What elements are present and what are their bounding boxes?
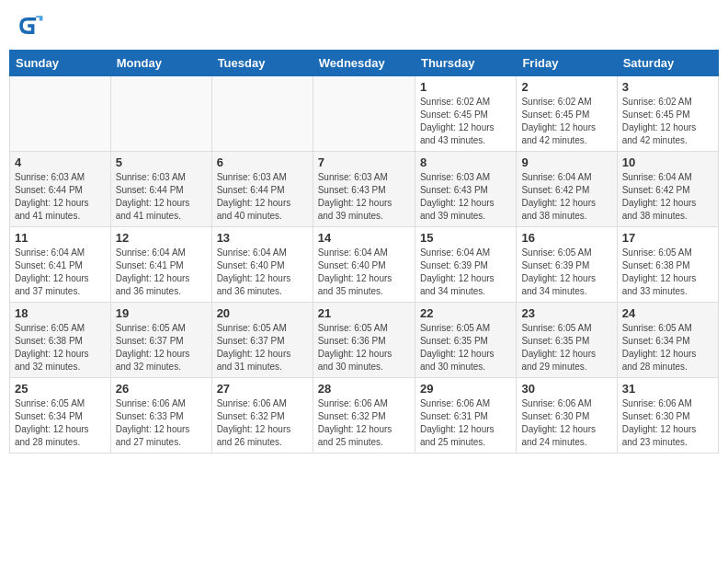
calendar-cell: 31Sunrise: 6:06 AM Sunset: 6:30 PM Dayli… bbox=[617, 378, 718, 454]
page-header bbox=[9, 9, 719, 42]
day-info: Sunrise: 6:05 AM Sunset: 6:35 PM Dayligh… bbox=[420, 322, 511, 373]
calendar-cell: 27Sunrise: 6:06 AM Sunset: 6:32 PM Dayli… bbox=[211, 378, 313, 454]
day-info: Sunrise: 6:06 AM Sunset: 6:30 PM Dayligh… bbox=[622, 397, 713, 449]
day-info: Sunrise: 6:06 AM Sunset: 6:30 PM Dayligh… bbox=[521, 397, 611, 449]
day-number: 7 bbox=[318, 155, 410, 169]
day-info: Sunrise: 6:04 AM Sunset: 6:41 PM Dayligh… bbox=[15, 247, 106, 298]
day-info: Sunrise: 6:05 AM Sunset: 6:36 PM Dayligh… bbox=[318, 322, 410, 373]
calendar-cell bbox=[313, 76, 415, 152]
day-number: 12 bbox=[116, 231, 207, 245]
calendar-cell: 6Sunrise: 6:03 AM Sunset: 6:44 PM Daylig… bbox=[211, 152, 313, 227]
day-number: 2 bbox=[521, 80, 611, 94]
day-number: 16 bbox=[521, 231, 611, 245]
day-number: 26 bbox=[116, 382, 207, 396]
calendar-cell: 21Sunrise: 6:05 AM Sunset: 6:36 PM Dayli… bbox=[313, 303, 415, 378]
day-number: 14 bbox=[318, 231, 410, 245]
weekday-header: Sunday bbox=[10, 51, 111, 76]
day-info: Sunrise: 6:05 AM Sunset: 6:38 PM Dayligh… bbox=[15, 322, 106, 373]
calendar-cell: 13Sunrise: 6:04 AM Sunset: 6:40 PM Dayli… bbox=[211, 227, 313, 303]
day-number: 6 bbox=[217, 155, 308, 169]
day-info: Sunrise: 6:05 AM Sunset: 6:34 PM Dayligh… bbox=[622, 322, 713, 373]
weekday-header: Wednesday bbox=[313, 51, 415, 76]
day-number: 9 bbox=[521, 155, 611, 169]
calendar-week-row: 1Sunrise: 6:02 AM Sunset: 6:45 PM Daylig… bbox=[10, 76, 719, 152]
logo-icon bbox=[13, 9, 46, 42]
day-number: 4 bbox=[15, 155, 106, 169]
calendar-week-row: 11Sunrise: 6:04 AM Sunset: 6:41 PM Dayli… bbox=[10, 227, 719, 303]
day-info: Sunrise: 6:06 AM Sunset: 6:33 PM Dayligh… bbox=[116, 397, 207, 449]
day-number: 19 bbox=[116, 306, 207, 320]
day-info: Sunrise: 6:04 AM Sunset: 6:42 PM Dayligh… bbox=[521, 171, 611, 223]
day-number: 22 bbox=[420, 306, 511, 320]
day-number: 25 bbox=[15, 382, 106, 396]
day-info: Sunrise: 6:04 AM Sunset: 6:40 PM Dayligh… bbox=[217, 247, 308, 298]
day-number: 13 bbox=[217, 231, 308, 245]
calendar-cell: 25Sunrise: 6:05 AM Sunset: 6:34 PM Dayli… bbox=[10, 378, 111, 454]
day-number: 21 bbox=[318, 306, 410, 320]
day-info: Sunrise: 6:03 AM Sunset: 6:44 PM Dayligh… bbox=[15, 171, 106, 223]
day-info: Sunrise: 6:03 AM Sunset: 6:44 PM Dayligh… bbox=[116, 171, 207, 223]
logo bbox=[13, 9, 50, 42]
calendar-cell: 12Sunrise: 6:04 AM Sunset: 6:41 PM Dayli… bbox=[110, 227, 211, 303]
day-info: Sunrise: 6:03 AM Sunset: 6:43 PM Dayligh… bbox=[420, 171, 511, 223]
day-info: Sunrise: 6:04 AM Sunset: 6:40 PM Dayligh… bbox=[318, 247, 410, 298]
calendar-cell: 16Sunrise: 6:05 AM Sunset: 6:39 PM Dayli… bbox=[517, 227, 617, 303]
day-info: Sunrise: 6:03 AM Sunset: 6:44 PM Dayligh… bbox=[217, 171, 308, 223]
calendar-week-row: 18Sunrise: 6:05 AM Sunset: 6:38 PM Dayli… bbox=[10, 303, 719, 378]
day-number: 15 bbox=[420, 231, 511, 245]
calendar-cell: 7Sunrise: 6:03 AM Sunset: 6:43 PM Daylig… bbox=[313, 152, 415, 227]
day-info: Sunrise: 6:03 AM Sunset: 6:43 PM Dayligh… bbox=[318, 171, 410, 223]
day-number: 27 bbox=[217, 382, 308, 396]
weekday-header: Thursday bbox=[415, 51, 516, 76]
day-number: 8 bbox=[420, 155, 511, 169]
calendar-cell: 8Sunrise: 6:03 AM Sunset: 6:43 PM Daylig… bbox=[415, 152, 516, 227]
day-number: 20 bbox=[217, 306, 308, 320]
day-number: 18 bbox=[15, 306, 106, 320]
day-number: 11 bbox=[15, 231, 106, 245]
weekday-header: Friday bbox=[517, 51, 617, 76]
day-info: Sunrise: 6:04 AM Sunset: 6:39 PM Dayligh… bbox=[420, 247, 511, 298]
calendar-cell: 28Sunrise: 6:06 AM Sunset: 6:32 PM Dayli… bbox=[313, 378, 415, 454]
day-info: Sunrise: 6:05 AM Sunset: 6:39 PM Dayligh… bbox=[521, 247, 611, 298]
calendar-cell: 26Sunrise: 6:06 AM Sunset: 6:33 PM Dayli… bbox=[110, 378, 211, 454]
day-info: Sunrise: 6:05 AM Sunset: 6:35 PM Dayligh… bbox=[521, 322, 611, 373]
day-info: Sunrise: 6:04 AM Sunset: 6:41 PM Dayligh… bbox=[116, 247, 207, 298]
calendar-cell bbox=[110, 76, 211, 152]
day-info: Sunrise: 6:05 AM Sunset: 6:37 PM Dayligh… bbox=[217, 322, 308, 373]
calendar-cell: 15Sunrise: 6:04 AM Sunset: 6:39 PM Dayli… bbox=[415, 227, 516, 303]
day-number: 17 bbox=[622, 231, 713, 245]
calendar-cell: 29Sunrise: 6:06 AM Sunset: 6:31 PM Dayli… bbox=[415, 378, 516, 454]
weekday-header-row: SundayMondayTuesdayWednesdayThursdayFrid… bbox=[10, 51, 719, 76]
calendar-cell: 14Sunrise: 6:04 AM Sunset: 6:40 PM Dayli… bbox=[313, 227, 415, 303]
day-number: 1 bbox=[420, 80, 511, 94]
calendar-cell: 4Sunrise: 6:03 AM Sunset: 6:44 PM Daylig… bbox=[10, 152, 111, 227]
day-info: Sunrise: 6:05 AM Sunset: 6:34 PM Dayligh… bbox=[15, 397, 106, 449]
weekday-header: Saturday bbox=[617, 51, 718, 76]
day-info: Sunrise: 6:02 AM Sunset: 6:45 PM Dayligh… bbox=[622, 96, 713, 147]
day-number: 23 bbox=[521, 306, 611, 320]
day-number: 30 bbox=[521, 382, 611, 396]
calendar-week-row: 4Sunrise: 6:03 AM Sunset: 6:44 PM Daylig… bbox=[10, 152, 719, 227]
calendar-cell: 30Sunrise: 6:06 AM Sunset: 6:30 PM Dayli… bbox=[517, 378, 617, 454]
calendar-cell: 9Sunrise: 6:04 AM Sunset: 6:42 PM Daylig… bbox=[517, 152, 617, 227]
calendar-cell: 18Sunrise: 6:05 AM Sunset: 6:38 PM Dayli… bbox=[10, 303, 111, 378]
day-number: 24 bbox=[622, 306, 713, 320]
day-number: 28 bbox=[318, 382, 410, 396]
weekday-header: Tuesday bbox=[211, 51, 313, 76]
day-number: 31 bbox=[622, 382, 713, 396]
calendar-cell: 1Sunrise: 6:02 AM Sunset: 6:45 PM Daylig… bbox=[415, 76, 516, 152]
calendar-cell: 20Sunrise: 6:05 AM Sunset: 6:37 PM Dayli… bbox=[211, 303, 313, 378]
calendar-cell: 24Sunrise: 6:05 AM Sunset: 6:34 PM Dayli… bbox=[617, 303, 718, 378]
weekday-header: Monday bbox=[110, 51, 211, 76]
day-info: Sunrise: 6:06 AM Sunset: 6:32 PM Dayligh… bbox=[217, 397, 308, 449]
calendar-cell: 22Sunrise: 6:05 AM Sunset: 6:35 PM Dayli… bbox=[415, 303, 516, 378]
calendar-week-row: 25Sunrise: 6:05 AM Sunset: 6:34 PM Dayli… bbox=[10, 378, 719, 454]
calendar-cell: 23Sunrise: 6:05 AM Sunset: 6:35 PM Dayli… bbox=[517, 303, 617, 378]
day-info: Sunrise: 6:06 AM Sunset: 6:32 PM Dayligh… bbox=[318, 397, 410, 449]
day-info: Sunrise: 6:05 AM Sunset: 6:38 PM Dayligh… bbox=[622, 247, 713, 298]
day-info: Sunrise: 6:02 AM Sunset: 6:45 PM Dayligh… bbox=[521, 96, 611, 147]
calendar-cell: 10Sunrise: 6:04 AM Sunset: 6:42 PM Dayli… bbox=[617, 152, 718, 227]
calendar-cell bbox=[211, 76, 313, 152]
day-number: 10 bbox=[622, 155, 713, 169]
day-info: Sunrise: 6:04 AM Sunset: 6:42 PM Dayligh… bbox=[622, 171, 713, 223]
